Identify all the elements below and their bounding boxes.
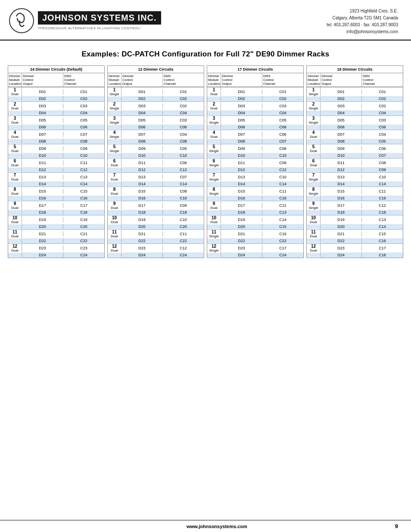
- cell-location-empty: [108, 168, 121, 172]
- cell-module: D03: [121, 103, 163, 109]
- cell-channel: C06: [63, 124, 104, 130]
- cell-location-empty: [108, 125, 121, 129]
- row-pair: 2DualD03C03 D04C04: [8, 101, 104, 115]
- table-row: D10C10: [8, 153, 104, 158]
- logo-area: JOHNSON SYSTEMS INC. *PROGRESSIVE ALTERN…: [9, 8, 161, 34]
- cell-channel: C14: [163, 181, 204, 187]
- cell-location: 12Dual: [108, 244, 121, 252]
- row-pair: 9SingleD17C12 D18C18: [307, 201, 403, 215]
- cell-location: 5Single: [108, 144, 121, 153]
- table-row: 5SingleD09C05: [108, 144, 204, 153]
- address-line4: info@johnsonsystems.com: [327, 28, 398, 35]
- table-row: D14C14: [207, 181, 303, 187]
- table-row: D22C16: [307, 238, 403, 243]
- cell-channel: C05: [262, 118, 303, 123]
- cell-channel: C02: [163, 96, 204, 101]
- table-row: D12C12: [108, 167, 204, 172]
- row-pair: 1DualD01C01 D02C02: [207, 87, 303, 101]
- row-pair: 2DualD03C03 D04C04: [207, 101, 303, 115]
- cell-module: D03: [22, 103, 63, 109]
- cell-channel: C08: [163, 139, 204, 144]
- cell-module: D11: [321, 160, 362, 165]
- cell-channel: C18: [63, 210, 104, 215]
- table-row: 8SingleD15C11: [207, 187, 303, 196]
- table-row: D20C20: [8, 224, 104, 229]
- table-row: D22C22: [108, 238, 204, 243]
- cell-module: D09: [121, 146, 163, 151]
- dimmer-table-3: 17 Dimmer CircuitsDimmerModuleLocationDi…: [207, 65, 304, 258]
- table-row: D04C04: [108, 110, 204, 115]
- row-pair: 5DualD09C06 D10C07: [307, 144, 403, 158]
- cell-location-empty: [108, 182, 121, 186]
- row-pair: 3SingleD05C03 D06C06: [307, 115, 403, 130]
- table-row: D08C08: [108, 139, 204, 144]
- page-header: JOHNSON SYSTEMS INC. *PROGRESSIVE ALTERN…: [0, 0, 411, 40]
- tables-container: 24 Dimmer Circuits (Default)DimmerModule…: [0, 65, 411, 258]
- table-row: D06C06: [207, 124, 303, 130]
- cell-channel: C03: [362, 118, 403, 123]
- cell-channel: C01: [362, 89, 403, 94]
- cell-channel: C18: [362, 252, 403, 258]
- cell-channel: C05: [63, 118, 104, 123]
- table-row: 11DualD21C21: [8, 230, 104, 238]
- col-header-1: DimmerModuleLocation: [207, 73, 221, 87]
- cell-module: D08: [221, 139, 262, 144]
- cell-channel: C09: [163, 203, 204, 208]
- cell-location: 2Single: [307, 102, 321, 110]
- cell-channel: C02: [362, 96, 403, 101]
- cell-location-empty: [108, 196, 121, 200]
- table-row: 6DualD11C08: [307, 159, 403, 167]
- cell-module: D05: [22, 118, 63, 123]
- row-pair: 10DualD19C13 D20C14: [307, 215, 403, 229]
- col-header-3: DMXControlChannel: [362, 73, 403, 87]
- cell-location: 12Dual: [307, 244, 321, 252]
- page-title: Examples: DC-PATCH Configuration for Ful…: [0, 50, 411, 59]
- col-header-2: DimmerControlOutput: [221, 73, 262, 87]
- cell-module: D12: [22, 167, 63, 172]
- cell-location: 10Dual: [108, 215, 121, 224]
- cell-module: D20: [321, 224, 362, 229]
- table-row: 6DualD11C11: [8, 159, 104, 167]
- cell-location: 7Dual: [108, 173, 121, 181]
- cell-location-empty: [8, 125, 22, 129]
- cell-location-empty: [207, 182, 221, 186]
- table-row: 7SingleD13C10: [307, 173, 403, 181]
- cell-module: D15: [321, 189, 362, 194]
- cell-channel: C20: [63, 224, 104, 229]
- cell-location: 8Dual: [108, 187, 121, 196]
- cell-location-empty: [8, 96, 22, 101]
- cell-location: 2Single: [108, 102, 121, 110]
- cell-module: D14: [121, 181, 163, 187]
- cell-channel: C06: [163, 124, 204, 130]
- cell-channel: C14: [262, 217, 303, 222]
- cell-location-empty: [108, 139, 121, 143]
- cell-location: 1Dual: [207, 87, 221, 96]
- cell-channel: C13: [362, 217, 403, 222]
- col-header-3: DMXControlChannel: [63, 73, 104, 87]
- cell-location-empty: [307, 96, 321, 101]
- row-pair: 12DualD23C23 D24C24: [8, 243, 104, 258]
- cell-module: D24: [321, 252, 362, 258]
- cell-location-empty: [108, 239, 121, 243]
- cell-channel: C16: [163, 196, 204, 201]
- cell-location: 4Dual: [8, 130, 22, 139]
- cell-location-empty: [207, 253, 221, 257]
- table-row: D18C18: [108, 210, 204, 215]
- cell-module: D06: [321, 124, 362, 130]
- table-row: 1DualD01C01: [8, 87, 104, 96]
- cell-location: 9Dual: [8, 201, 22, 210]
- cell-channel: C01: [63, 89, 104, 94]
- cell-module: D17: [221, 203, 262, 208]
- cell-location-empty: [307, 239, 321, 243]
- row-pair: 8DualD15C15 D16C16: [8, 187, 104, 201]
- cell-module: D12: [221, 167, 262, 172]
- table-row: D02C02: [8, 96, 104, 101]
- table-row: D08C05: [307, 139, 403, 144]
- cell-location-empty: [307, 125, 321, 129]
- cell-channel: C09: [262, 160, 303, 165]
- cell-channel: C02: [362, 103, 403, 109]
- table-row: D10C10: [108, 153, 204, 158]
- cell-module: D20: [221, 224, 262, 229]
- cell-module: D07: [221, 132, 262, 137]
- col-headers: DimmerModuleLocationDimmerControlOutputD…: [307, 73, 403, 87]
